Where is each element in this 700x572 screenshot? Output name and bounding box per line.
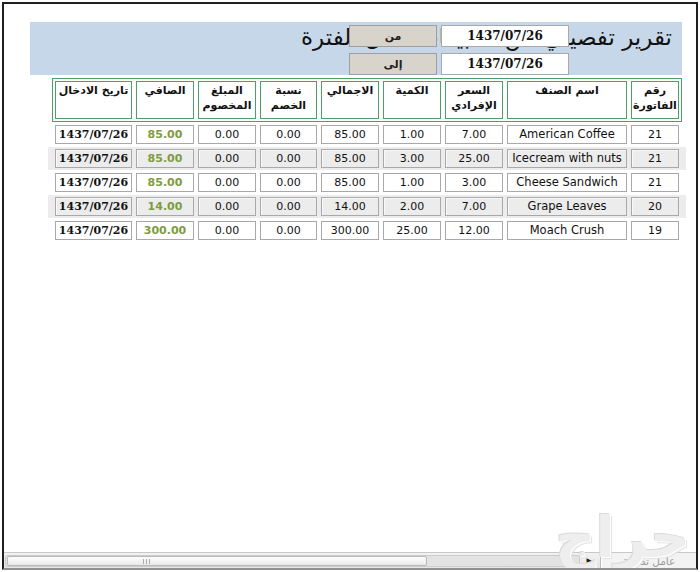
table-row: 19Moach Crush12.0025.00300.000.000.00300… <box>48 219 686 242</box>
cell-entry_date: 1437/07/26 <box>55 173 132 192</box>
cell-qty: 3.00 <box>383 149 441 168</box>
cell-invoice: 21 <box>631 173 679 192</box>
table-body: 21American Coffee7.001.0085.000.000.0085… <box>52 123 682 242</box>
cell-item: American Coffee <box>507 125 627 144</box>
cell-unit_price: 7.00 <box>445 197 503 216</box>
cell-discount_amt: 0.00 <box>198 149 256 168</box>
cell-entry_date: 1437/07/26 <box>55 221 132 240</box>
column-header-entry_date: تاريخ الادخال <box>55 81 132 119</box>
column-header-unit_price: السعر الإفرادي <box>445 81 503 119</box>
cell-qty: 2.00 <box>383 197 441 216</box>
report-window: تقرير تفصيلي عن المبيعات خلال الفترة من … <box>2 2 698 570</box>
cell-entry_date: 1437/07/26 <box>55 197 132 216</box>
date-from-button[interactable]: من <box>349 25 437 47</box>
cell-total: 14.00 <box>321 197 379 216</box>
cell-discount_pct: 0.00 <box>260 125 317 144</box>
column-header-net: الصافي <box>136 81 194 119</box>
cell-discount_pct: 0.00 <box>260 197 317 216</box>
table-row: 21Icecream with nuts25.003.0085.000.000.… <box>48 147 686 170</box>
cell-discount_amt: 0.00 <box>198 197 256 216</box>
table-row: 21Cheese Sandwich3.001.0085.000.000.0085… <box>48 171 686 194</box>
cell-discount_amt: 0.00 <box>198 221 256 240</box>
report-header-band: تقرير تفصيلي عن المبيعات خلال الفترة من … <box>30 22 682 75</box>
cell-net: 300.00 <box>136 221 194 240</box>
cell-discount_pct: 0.00 <box>260 149 317 168</box>
date-to-button[interactable]: إلى <box>349 53 437 75</box>
cell-item: Icecream with nuts <box>507 149 627 168</box>
cell-invoice: 19 <box>631 221 679 240</box>
cell-item: Grape Leaves <box>507 197 627 216</box>
filter-status-toggle[interactable]: عامل تصفية <box>602 553 696 569</box>
cell-discount_pct: 0.00 <box>260 173 317 192</box>
cell-discount_amt: 0.00 <box>198 173 256 192</box>
cell-invoice: 20 <box>631 197 679 216</box>
status-separator <box>600 553 601 569</box>
sales-table: رقم الفاتورةاسم الصنفالسعر الإفراديالكمي… <box>52 78 682 243</box>
date-to-input[interactable] <box>441 53 569 75</box>
cell-total: 85.00 <box>321 173 379 192</box>
cell-invoice: 21 <box>631 149 679 168</box>
cell-total: 300.00 <box>321 221 379 240</box>
cell-entry_date: 1437/07/26 <box>55 125 132 144</box>
cell-entry_date: 1437/07/26 <box>55 149 132 168</box>
cell-net: 85.00 <box>136 173 194 192</box>
cell-qty: 25.00 <box>383 221 441 240</box>
date-from-input[interactable] <box>441 25 569 47</box>
cell-discount_pct: 0.00 <box>260 221 317 240</box>
cell-total: 85.00 <box>321 125 379 144</box>
cell-qty: 1.00 <box>383 173 441 192</box>
cell-item: Cheese Sandwich <box>507 173 627 192</box>
status-bar: ▶ عامل تصفية <box>4 552 696 568</box>
column-header-item: اسم الصنف <box>507 81 627 119</box>
cell-discount_amt: 0.00 <box>198 125 256 144</box>
scroll-right-icon[interactable]: ▶ <box>582 553 598 569</box>
cell-unit_price: 25.00 <box>445 149 503 168</box>
column-header-invoice: رقم الفاتورة <box>631 81 679 119</box>
horizontal-scrollbar[interactable] <box>5 555 580 567</box>
cell-net: 14.00 <box>136 197 194 216</box>
cell-unit_price: 3.00 <box>445 173 503 192</box>
cell-total: 85.00 <box>321 149 379 168</box>
column-header-qty: الكمية <box>383 81 441 119</box>
cell-invoice: 21 <box>631 125 679 144</box>
cell-unit_price: 12.00 <box>445 221 503 240</box>
scrollbar-grip-icon <box>143 559 151 564</box>
column-header-discount_pct: نسبة الخصم <box>260 81 317 119</box>
cell-item: Moach Crush <box>507 221 627 240</box>
cell-unit_price: 7.00 <box>445 125 503 144</box>
cell-net: 85.00 <box>136 149 194 168</box>
cell-qty: 1.00 <box>383 125 441 144</box>
scrollbar-thumb[interactable] <box>7 556 427 566</box>
table-row: 20Grape Leaves7.002.0014.000.000.0014.00… <box>48 195 686 218</box>
table-row: 21American Coffee7.001.0085.000.000.0085… <box>48 123 686 146</box>
column-header-discount_amt: المبلغ المخصوم <box>198 81 256 119</box>
table-header-row: رقم الفاتورةاسم الصنفالسعر الإفراديالكمي… <box>52 78 682 122</box>
cell-net: 85.00 <box>136 125 194 144</box>
column-header-total: الاجمالي <box>321 81 379 119</box>
